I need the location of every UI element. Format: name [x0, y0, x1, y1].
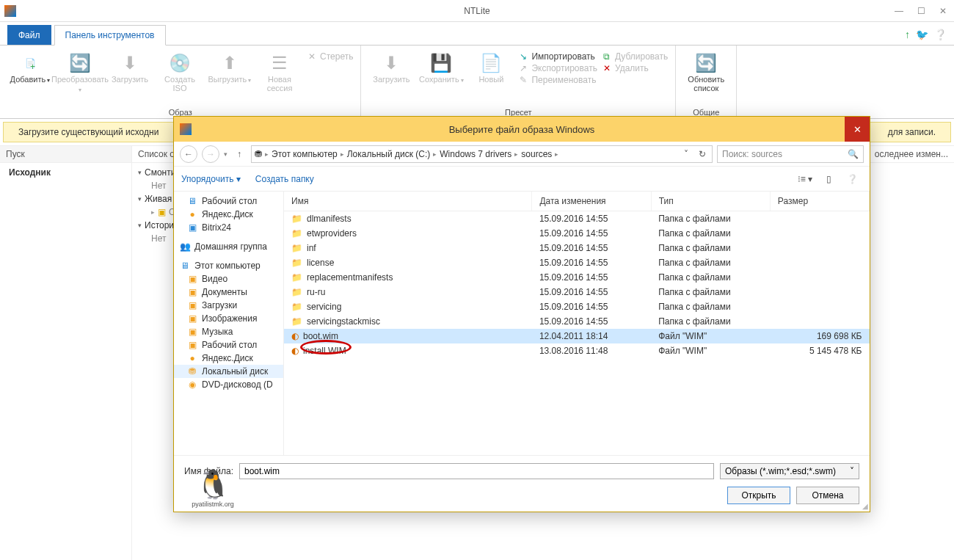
preset-load-button[interactable]: ⬇Загрузить: [368, 50, 414, 106]
file-list: Имя Дата изменения Тип Размер 📁dlmanifes…: [284, 192, 870, 455]
transform-button[interactable]: 🔄 Преобразовать: [57, 50, 103, 106]
tree-item[interactable]: ●Яндекс.Диск: [174, 352, 283, 365]
tree-item[interactable]: ▣Загрузки: [174, 299, 283, 312]
add-button[interactable]: 📄+ Добавить: [7, 50, 53, 106]
col-type[interactable]: Тип: [651, 192, 770, 211]
nav-tree: 🖥Рабочий стол●Яндекс.Диск▣Bitrix24👥Домаш…: [174, 192, 284, 455]
erase-button[interactable]: ✕Стереть: [307, 51, 353, 62]
cancel-button[interactable]: Отмена: [796, 487, 859, 504]
view-mode-button[interactable]: ⁝≡ ▾: [795, 170, 815, 188]
close-button[interactable]: ✕: [932, 1, 954, 21]
organize-menu[interactable]: Упорядочить ▾: [181, 174, 241, 184]
preset-duplicate[interactable]: ⧉Дублировать: [602, 51, 668, 62]
search-icon: 🔍: [848, 149, 859, 159]
preset-import[interactable]: ↘Импортировать: [518, 51, 597, 62]
tree-item[interactable]: ▣Видео: [174, 272, 283, 286]
tab-toolbar[interactable]: Панель инструментов: [54, 25, 166, 46]
address-dropdown-icon[interactable]: ˅: [680, 149, 693, 159]
load-button[interactable]: ⬇ Загрузить: [107, 50, 153, 106]
file-row[interactable]: 📁dlmanifests15.09.2016 14:55Папка с файл…: [284, 211, 870, 227]
file-row[interactable]: 📁etwproviders15.09.2016 14:55Папка с фай…: [284, 226, 870, 241]
dialog-close-button[interactable]: ✕: [845, 117, 870, 142]
maximize-button[interactable]: ☐: [910, 1, 932, 21]
col-date[interactable]: Дата изменения: [532, 192, 651, 211]
search-input[interactable]: Поиск: sources 🔍: [717, 145, 864, 163]
file-row[interactable]: 📁inf15.09.2016 14:55Папка с файлами: [284, 241, 870, 255]
preset-delete[interactable]: ✕Удалить: [602, 63, 668, 73]
preset-new-button[interactable]: 📄Новый: [468, 50, 514, 106]
col-size[interactable]: Размер: [770, 192, 869, 211]
dialog-icon: [180, 123, 192, 135]
nav-back-button[interactable]: ←: [180, 145, 197, 163]
refresh-button[interactable]: 🔄Обновить список: [683, 50, 729, 106]
titlebar: NTLite — ☐ ✕: [0, 0, 954, 22]
file-row[interactable]: 📁license15.09.2016 14:55Папка с файлами: [284, 255, 870, 270]
dialog-help-icon[interactable]: ❔: [842, 170, 862, 188]
left-source[interactable]: Исходник: [0, 163, 131, 182]
preset-export[interactable]: ↗Экспортировать: [518, 63, 597, 73]
breadcrumb-sep: ▸: [265, 150, 269, 158]
new-folder-button[interactable]: Создать папку: [255, 174, 314, 184]
new-session-button[interactable]: ☰ Новая сессия: [257, 50, 302, 106]
tree-item[interactable]: ▣Музыка: [174, 325, 283, 338]
help-icon[interactable]: ❔: [934, 29, 947, 40]
col-name[interactable]: Имя: [284, 192, 532, 211]
preset-save-button[interactable]: 💾Сохранить: [418, 50, 464, 106]
upgrade-icon[interactable]: ↑: [905, 29, 910, 40]
tree-item[interactable]: ▣Bitrix24: [174, 221, 283, 234]
open-button[interactable]: Открыть: [727, 487, 790, 504]
address-bar[interactable]: ⛃ ▸ Этот компьютер▸ Локальный диск (C:)▸…: [251, 145, 713, 163]
dialog-title: Выберите файл образа Windows: [449, 124, 595, 135]
breadcrumb-3[interactable]: sources▸: [521, 149, 558, 159]
tree-item[interactable]: ◉DVD-дисковод (D: [174, 378, 283, 391]
file-row[interactable]: 📁ru-ru15.09.2016 14:55Папка с файлами: [284, 285, 870, 299]
tree-item[interactable]: 🖥Рабочий стол: [174, 194, 283, 208]
file-type-filter[interactable]: Образы (*.wim;*.esd;*.swm)˅: [720, 463, 859, 479]
tree-item[interactable]: ⛃Локальный диск: [174, 365, 283, 378]
nav-up-button[interactable]: ↑: [232, 147, 247, 161]
breadcrumb-1[interactable]: Локальный диск (C:)▸: [347, 149, 437, 159]
tree-item[interactable]: ▣Изображения: [174, 312, 283, 325]
tree-this-pc[interactable]: 🖥Этот компьютер: [174, 259, 283, 272]
file-row[interactable]: 📁replacementmanifests15.09.2016 14:55Пап…: [284, 270, 870, 285]
create-iso-button[interactable]: 💿 Создать ISO: [157, 50, 203, 106]
unload-button[interactable]: ⬆ Выгрузить: [207, 50, 252, 106]
minimize-button[interactable]: —: [888, 1, 910, 21]
nav-forward-button[interactable]: →: [202, 145, 219, 163]
tree-item[interactable]: ▣Рабочий стол: [174, 338, 283, 352]
left-start: Пуск: [0, 146, 131, 163]
tab-file[interactable]: Файл: [7, 25, 51, 45]
drive-icon: ⛃: [255, 149, 262, 159]
file-open-dialog: Выберите файл образа Windows ✕ ← → ▾ ↑ ⛃…: [173, 116, 870, 512]
app-title: NTLite: [464, 6, 489, 16]
preview-pane-button[interactable]: ▯: [818, 170, 839, 188]
watermark-logo: 🐧 pyatilistmk.org: [176, 440, 250, 508]
preset-rename[interactable]: ✎Переименовать: [518, 75, 597, 85]
resize-grip[interactable]: ◢: [862, 502, 868, 510]
filename-input[interactable]: [239, 463, 714, 479]
ribbon: 📄+ Добавить 🔄 Преобразовать ⬇ Загрузить …: [0, 46, 954, 119]
app-icon: [4, 5, 16, 17]
tree-item[interactable]: ●Яндекс.Диск: [174, 208, 283, 221]
breadcrumb-2[interactable]: Windows 7 drivers▸: [440, 149, 518, 159]
twitter-icon[interactable]: 🐦: [916, 29, 928, 40]
file-row[interactable]: 📁servicingstackmisc15.09.2016 14:55Папка…: [284, 314, 870, 329]
file-row[interactable]: ◐boot.wim12.04.2011 18:14Файл "WIM"169 6…: [284, 329, 870, 343]
nav-history-dropdown[interactable]: ▾: [224, 150, 227, 158]
address-refresh-icon[interactable]: ↻: [696, 149, 709, 159]
tree-item[interactable]: ▣Документы: [174, 286, 283, 299]
file-row[interactable]: ◐install.WIM13.08.2016 11:48Файл "WIM"5 …: [284, 343, 870, 358]
menubar: Файл Панель инструментов ↑ 🐦 ❔: [0, 22, 954, 46]
tree-homegroup[interactable]: 👥Домашняя группа: [174, 240, 283, 253]
breadcrumb-0[interactable]: Этот компьютер▸: [272, 149, 344, 159]
file-row[interactable]: 📁servicing15.09.2016 14:55Папка с файлам…: [284, 299, 870, 314]
left-panel: Пуск Исходник: [0, 146, 132, 560]
